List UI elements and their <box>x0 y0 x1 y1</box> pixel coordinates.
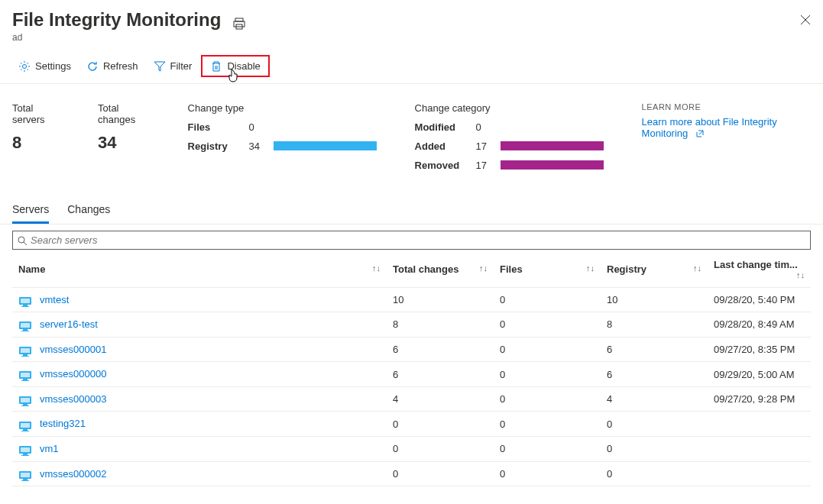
refresh-button[interactable]: Refresh <box>80 57 144 76</box>
table-row: vmsses00000060609/29/20, 5:00 AM <box>12 362 811 387</box>
total-changes-block: Total changes 34 <box>98 102 150 179</box>
sort-icon: ↑↓ <box>796 270 805 279</box>
total-changes-label: Total changes <box>98 102 150 125</box>
svg-rect-38 <box>23 479 28 480</box>
toolbar: Settings Refresh Filter Disable <box>0 46 823 84</box>
svg-rect-22 <box>23 379 28 380</box>
search-icon <box>18 234 28 246</box>
cell-files: 0 <box>494 362 601 387</box>
table-row: server16-test80809/28/20, 8:49 AM <box>12 312 811 338</box>
svg-rect-34 <box>23 454 28 455</box>
settings-button[interactable]: Settings <box>12 57 77 76</box>
svg-rect-18 <box>23 354 28 356</box>
page-title: File Integrity Monitoring <box>12 9 221 31</box>
modified-label: Modified <box>415 121 476 133</box>
col-registry[interactable]: Registry↑↓ <box>601 250 708 288</box>
svg-rect-17 <box>21 348 30 353</box>
svg-rect-31 <box>21 431 29 431</box>
cell-total-changes: 6 <box>387 362 494 387</box>
col-files[interactable]: Files↑↓ <box>494 250 601 288</box>
svg-rect-37 <box>21 473 30 477</box>
filter-label: Filter <box>170 60 193 72</box>
tab-servers[interactable]: Servers <box>12 197 49 224</box>
cell-last-change <box>708 412 811 437</box>
server-icon <box>18 370 32 380</box>
sort-icon: ↑↓ <box>586 263 595 273</box>
col-total-changes[interactable]: Total changes↑↓ <box>387 250 494 288</box>
server-icon <box>18 394 32 405</box>
table-row: vmsses00000340409/27/20, 9:28 PM <box>12 386 811 412</box>
table-row: vmsses00000160609/27/20, 8:35 PM <box>12 337 811 362</box>
server-icon <box>18 444 32 455</box>
svg-rect-26 <box>23 404 28 405</box>
server-icon <box>18 344 32 355</box>
server-link[interactable]: vmtest <box>40 294 69 305</box>
table-row: vmtest1001009/28/20, 5:40 PM <box>12 287 811 312</box>
files-label: Files <box>188 121 249 133</box>
server-link[interactable]: vmsses000003 <box>40 393 106 405</box>
removed-bar <box>501 160 604 170</box>
refresh-label: Refresh <box>103 60 138 72</box>
cell-last-change: 09/28/20, 8:49 AM <box>708 312 811 338</box>
cell-registry: 10 <box>601 287 708 312</box>
total-servers-value: 8 <box>12 133 60 153</box>
registry-bar <box>274 141 377 150</box>
filter-button[interactable]: Filter <box>147 57 199 76</box>
added-label: Added <box>415 141 476 152</box>
table-row: vm1000 <box>12 437 811 462</box>
gear-icon <box>18 60 31 73</box>
cell-total-changes: 0 <box>387 437 494 462</box>
svg-line-7 <box>24 242 27 245</box>
change-category-label: Change category <box>415 102 604 114</box>
tabs: Servers Changes <box>0 197 823 225</box>
cell-last-change: 09/28/20, 5:40 PM <box>708 287 811 312</box>
change-type-section: Change type Files 0 Registry 34 <box>188 102 377 179</box>
svg-rect-23 <box>21 380 29 381</box>
cell-files: 0 <box>494 287 601 312</box>
cell-registry: 4 <box>601 386 708 412</box>
search-input[interactable] <box>31 234 805 246</box>
svg-rect-14 <box>23 329 28 331</box>
server-icon <box>18 295 32 305</box>
cell-last-change <box>708 437 811 462</box>
server-link[interactable]: testing321 <box>40 418 86 429</box>
cell-registry: 6 <box>601 337 708 362</box>
server-icon <box>18 320 32 331</box>
server-link[interactable]: server16-test <box>40 318 98 330</box>
server-link[interactable]: vmsses000002 <box>40 468 106 480</box>
cell-total-changes: 0 <box>387 412 494 437</box>
change-category-section: Change category Modified 0 Added 17 Remo… <box>415 102 604 179</box>
print-icon[interactable] <box>233 17 245 30</box>
settings-label: Settings <box>35 60 71 72</box>
server-link[interactable]: vmsses000000 <box>40 368 106 380</box>
server-link[interactable]: vmsses000001 <box>40 344 106 355</box>
change-type-label: Change type <box>188 102 377 114</box>
modified-value: 0 <box>476 121 501 133</box>
cell-registry: 6 <box>601 362 708 387</box>
subtitle: ad <box>12 32 811 43</box>
servers-table: Name↑↓ Total changes↑↓ Files↑↓ Registry↑… <box>12 250 811 487</box>
search-box[interactable] <box>12 231 811 250</box>
sort-icon: ↑↓ <box>372 263 381 273</box>
trash-icon <box>210 60 222 73</box>
cell-last-change: 09/27/20, 9:28 PM <box>708 386 811 412</box>
table-row: testing321000 <box>12 412 811 437</box>
refresh-icon <box>86 60 99 73</box>
cell-registry: 0 <box>601 461 708 486</box>
col-last-change[interactable]: Last change tim...↑↓ <box>708 250 811 288</box>
svg-point-5 <box>23 64 27 68</box>
tab-changes[interactable]: Changes <box>67 197 110 224</box>
cell-files: 0 <box>494 312 601 338</box>
registry-value: 34 <box>249 141 274 152</box>
close-icon[interactable] <box>800 12 811 26</box>
svg-rect-35 <box>21 455 29 456</box>
col-name[interactable]: Name↑↓ <box>12 250 387 288</box>
cell-last-change: 09/27/20, 8:35 PM <box>708 337 811 362</box>
svg-rect-30 <box>23 429 28 431</box>
svg-rect-27 <box>21 405 29 406</box>
learn-more-link[interactable]: Learn more about File Integrity Monitori… <box>642 116 777 139</box>
sort-icon: ↑↓ <box>479 263 488 273</box>
disable-button[interactable]: Disable <box>201 55 269 77</box>
server-link[interactable]: vm1 <box>40 443 59 454</box>
cell-registry: 0 <box>601 412 708 437</box>
